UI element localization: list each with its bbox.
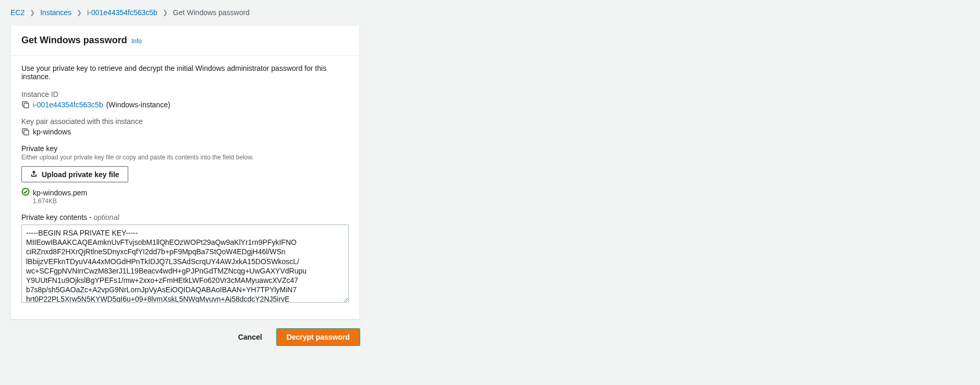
copy-icon[interactable] [21, 128, 30, 136]
panel-body: Use your private key to retrieve and dec… [11, 56, 359, 319]
instance-name-suffix: (Windows-instance) [106, 101, 170, 109]
decrypt-password-button[interactable]: Decrypt password [277, 329, 360, 345]
instance-id-label: Instance ID [21, 90, 349, 98]
chevron-right-icon: ❯ [77, 9, 82, 16]
svg-rect-1 [24, 130, 29, 135]
breadcrumb: EC2 ❯ Instances ❯ i-001e44354fc563c5b ❯ … [10, 8, 970, 17]
upload-private-key-button[interactable]: Upload private key file [21, 166, 128, 182]
svg-rect-0 [24, 103, 29, 108]
upload-icon [30, 170, 38, 179]
intro-text: Use your private key to retrieve and dec… [21, 64, 349, 81]
private-key-textarea[interactable] [21, 225, 349, 303]
copy-icon[interactable] [21, 101, 30, 109]
info-link[interactable]: Info [131, 38, 142, 45]
uploaded-file-name: kp-windows.pem [33, 189, 87, 197]
breadcrumb-ec2[interactable]: EC2 [10, 8, 24, 17]
chevron-right-icon: ❯ [30, 9, 35, 16]
breadcrumb-instance-id[interactable]: i-001e44354fc563c5b [87, 8, 157, 17]
breadcrumb-instances[interactable]: Instances [40, 8, 71, 17]
keypair-label: Key pair associated with this instance [21, 117, 349, 126]
private-key-helper: Either upload your private key file or c… [21, 154, 349, 161]
page-title: Get Windows password [21, 35, 127, 46]
upload-button-label: Upload private key file [42, 170, 119, 179]
cancel-button[interactable]: Cancel [229, 329, 272, 345]
main-panel: Get Windows password Info Use your priva… [10, 25, 360, 319]
panel-header: Get Windows password Info [11, 26, 359, 56]
breadcrumb-current: Get Windows password [173, 8, 250, 17]
private-key-contents-label: Private key contents - optional [21, 213, 349, 221]
keypair-name: kp-windows [33, 128, 71, 136]
instance-id-link[interactable]: i-001e44354fc563c5b [33, 101, 103, 109]
chevron-right-icon: ❯ [163, 9, 168, 16]
action-buttons: Cancel Decrypt password [10, 329, 360, 345]
uploaded-file-size: 1.674KB [33, 197, 349, 205]
private-key-label: Private key [21, 144, 349, 153]
uploaded-file-row: kp-windows.pem [21, 188, 349, 197]
success-check-icon [21, 188, 30, 197]
